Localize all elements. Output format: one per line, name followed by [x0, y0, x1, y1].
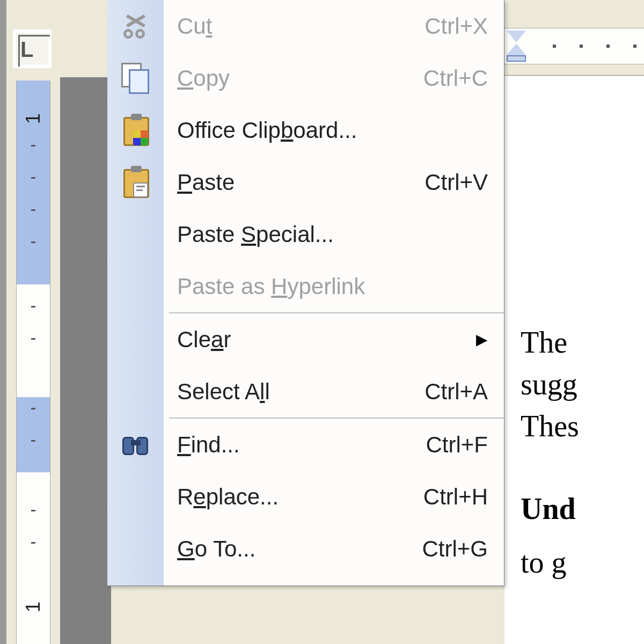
ruler-number: 1	[22, 113, 45, 124]
ruler-tick	[31, 177, 35, 179]
ruler-tick	[580, 45, 583, 48]
scissors-icon	[117, 8, 155, 45]
menu-item-label: Copy	[177, 65, 423, 91]
document-text: The	[521, 323, 567, 363]
submenu-arrow-icon: ▶	[476, 331, 488, 348]
ruler-tick	[606, 45, 610, 48]
copy-icon	[117, 60, 155, 97]
ruler-tick	[31, 306, 35, 308]
menu-item-label: Cut	[177, 13, 425, 39]
menu-item-copy: CopyCtrl+C	[107, 52, 504, 104]
document-text: to g	[521, 543, 567, 583]
document-text: Und	[521, 489, 576, 530]
clipboard-office-icon	[117, 112, 155, 149]
menu-item-label: Select All	[177, 379, 425, 405]
clipboard-paste-icon	[117, 164, 155, 201]
ruler-tick	[31, 510, 35, 511]
menu-item-label: Find...	[177, 432, 426, 458]
menu-item-shortcut: Ctrl+F	[426, 432, 488, 458]
ruler-tick	[31, 145, 35, 147]
menu-item-paste[interactable]: PasteCtrl+V	[107, 156, 504, 208]
menu-item-go-to[interactable]: Go To...Ctrl+G	[107, 523, 504, 575]
document-margin	[60, 79, 111, 644]
menu-item-label: Paste	[177, 170, 425, 195]
menu-item-clear[interactable]: Clear▶	[107, 313, 504, 365]
menu-item-label: Clear	[177, 327, 476, 353]
menu-item-shortcut: Ctrl+G	[422, 536, 488, 562]
menu-item-label: Office Clipboard...	[177, 118, 488, 143]
window-border-left	[0, 0, 6, 644]
horizontal-ruler[interactable]	[504, 28, 644, 64]
ruler-tick	[31, 338, 35, 340]
menu-item-shortcut: Ctrl+V	[425, 170, 488, 195]
ruler-tick	[31, 542, 35, 544]
vertical-ruler[interactable]: 1 1	[16, 80, 50, 644]
edit-menu: CutCtrl+XCopyCtrl+COffice Clipboard...Pa…	[107, 0, 504, 586]
document-text: Thes	[521, 406, 579, 447]
ruler-margin-top	[17, 80, 50, 284]
document-page[interactable]: The sugg Thes Und to g	[504, 75, 644, 644]
menu-item-label: Paste as Hyperlink	[177, 274, 488, 299]
ruler-tick	[31, 209, 35, 211]
ruler-tick	[31, 241, 35, 243]
menu-item-paste-as-hyperlink: Paste as Hyperlink	[107, 260, 504, 312]
menu-item-shortcut: Ctrl+A	[425, 379, 488, 405]
ruler-tick	[553, 45, 556, 48]
menu-item-cut: CutCtrl+X	[107, 0, 504, 52]
ruler-tick	[31, 408, 35, 409]
ruler-tick	[31, 440, 35, 442]
menu-item-label: Go To...	[177, 536, 422, 562]
menu-item-label: Replace...	[177, 484, 423, 510]
document-text: sugg	[521, 364, 577, 405]
ruler-tick	[633, 45, 636, 48]
menu-item-shortcut: Ctrl+C	[423, 65, 488, 91]
ruler-number: 1	[22, 602, 45, 612]
menu-item-shortcut: Ctrl+H	[423, 484, 488, 510]
menu-item-shortcut: Ctrl+X	[425, 13, 488, 39]
menu-item-paste-special[interactable]: Paste Special...	[107, 208, 504, 260]
binoculars-icon	[117, 426, 155, 464]
menu-item-replace[interactable]: Replace...Ctrl+H	[107, 471, 504, 523]
menu-item-office-clipboard[interactable]: Office Clipboard...	[107, 104, 504, 156]
menu-item-find[interactable]: Find...Ctrl+F	[107, 419, 504, 471]
tab-stop-indicator[interactable]: L	[20, 38, 33, 62]
menu-item-select-all[interactable]: Select AllCtrl+A	[107, 365, 504, 418]
menu-item-label: Paste Special...	[177, 222, 488, 247]
